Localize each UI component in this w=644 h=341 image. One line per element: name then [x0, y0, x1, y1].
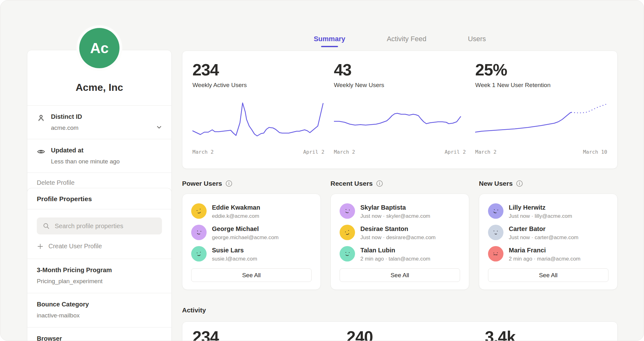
user-subtitle: susie.l@acme.com	[212, 256, 257, 262]
user-subtitle: Just now · skyler@acme.com	[360, 213, 430, 219]
property-name: Browser	[37, 335, 162, 341]
user-avatar	[488, 225, 503, 240]
summary-card: 234 Weekly Active Users March 2 April 2 …	[182, 51, 618, 169]
info-icon[interactable]	[376, 180, 383, 187]
activity-stat: 3.4k	[485, 327, 515, 341]
face-icon	[194, 227, 204, 238]
create-user-profile-label: Create User Profile	[48, 243, 102, 250]
user-row[interactable]: Susie Lars susie.l@acme.com	[191, 246, 312, 262]
user-row[interactable]: Maria Franci 2 min ago · maria@acme.com	[488, 246, 608, 262]
info-icon[interactable]	[516, 180, 523, 187]
stat-weekly-new-users: 43 Weekly New Users March 2 April 2	[334, 62, 466, 161]
x-tick-right: April 2	[303, 149, 324, 155]
face-icon	[491, 227, 501, 238]
user-name: Carter Bator	[509, 225, 578, 233]
x-tick-left: March 2	[334, 149, 355, 155]
user-row[interactable]: Lilly Herwitz Just now · lilly@acme.com	[488, 203, 608, 219]
activity-title: Activity	[182, 306, 206, 314]
stat-week1-retention: 25% Week 1 New User Retention March 2 Ma…	[475, 62, 607, 161]
field-value: acme.com	[51, 124, 82, 131]
face-icon	[342, 206, 353, 217]
user-subtitle: george.michael@acme.com	[212, 234, 279, 241]
face-icon	[491, 249, 501, 259]
search-icon	[42, 222, 50, 230]
stat-value: 25%	[475, 62, 607, 78]
user-name: Maria Franci	[509, 247, 580, 254]
new-users-section: New Users Lilly Herwitz Just	[479, 178, 618, 290]
property-value: inactive-mailbox	[37, 312, 162, 319]
user-subtitle: Just now · lilly@acme.com	[509, 213, 572, 219]
plus-icon	[37, 243, 44, 250]
face-icon	[491, 206, 501, 217]
see-all-button[interactable]: See All	[191, 268, 312, 282]
stat-value: 234	[192, 62, 325, 78]
tab-bar: Summary Activity Feed Users	[182, 35, 618, 47]
updated-at-row: Updated at Less than one minute ago	[27, 139, 171, 173]
tab-summary[interactable]: Summary	[314, 35, 345, 47]
chevron-down-icon[interactable]	[156, 124, 163, 131]
user-avatar	[191, 246, 207, 261]
divider	[27, 209, 171, 209]
create-user-profile-button[interactable]: Create User Profile	[37, 243, 102, 250]
app-window: Ac Acme, Inc Distinct ID acme.com	[0, 0, 644, 341]
search-input[interactable]	[54, 222, 156, 230]
recent-users-card: Skylar Baptista Just now · skyler@acme.c…	[330, 194, 469, 290]
main-content: Summary Activity Feed Users 234 Weekly A…	[182, 0, 618, 341]
list-title: New Users	[479, 180, 513, 187]
x-tick-right: March 10	[583, 149, 607, 155]
user-row[interactable]: Eddie Kwakman eddie.k@acme.com	[191, 203, 312, 219]
user-row[interactable]: George Michael george.michael@acme.com	[191, 225, 312, 241]
person-icon	[37, 114, 45, 122]
user-subtitle: eddie.k@acme.com	[212, 213, 260, 219]
distinct-id-row[interactable]: Distinct ID acme.com	[27, 106, 171, 139]
property-value: Pricing_plan_experiment	[37, 278, 162, 285]
user-row[interactable]: Talan Lubin 2 min ago · talan@acme.com	[340, 246, 460, 262]
company-avatar: Ac	[79, 28, 119, 68]
stat-weekly-active-users: 234 Weekly Active Users March 2 April 2	[192, 62, 325, 161]
x-tick-left: March 2	[192, 149, 214, 155]
recent-users-section: Recent Users Skylar Baptista	[330, 178, 469, 290]
user-row[interactable]: Skylar Baptista Just now · skyler@acme.c…	[340, 203, 460, 219]
user-subtitle: Just now · desirare@acme.com	[360, 234, 436, 241]
list-title: Power Users	[182, 180, 222, 187]
profile-card: Acme, Inc Distinct ID acme.com	[27, 50, 172, 194]
user-name: Desirae Stanton	[360, 225, 436, 233]
power-users-section: Power Users Eddie Kwakman ed	[182, 178, 321, 290]
face-icon	[194, 206, 204, 217]
user-avatar	[191, 203, 207, 219]
face-icon	[194, 249, 204, 259]
user-avatar	[191, 225, 207, 240]
weekly-new-users-chart	[334, 97, 466, 144]
eye-icon	[37, 147, 45, 156]
property-row[interactable]: Browser Chrome	[27, 327, 171, 341]
profile-properties-search[interactable]	[37, 217, 162, 234]
info-icon[interactable]	[225, 180, 232, 187]
see-all-button[interactable]: See All	[488, 268, 608, 282]
x-tick-left: March 2	[475, 149, 496, 155]
new-users-card: Lilly Herwitz Just now · lilly@acme.com …	[479, 194, 618, 290]
user-name: Eddie Kwakman	[212, 204, 260, 211]
see-all-button[interactable]: See All	[340, 268, 460, 282]
profile-properties-card: Profile Properties Create User Profile 3…	[27, 188, 172, 341]
user-avatar	[340, 246, 355, 261]
user-avatar	[488, 246, 503, 261]
property-row[interactable]: 3-Month Pricing Program Pricing_plan_exp…	[27, 259, 171, 293]
list-title: Recent Users	[330, 180, 373, 187]
tab-activity-feed[interactable]: Activity Feed	[387, 35, 426, 47]
stat-label: Week 1 New User Retention	[475, 82, 607, 89]
face-icon	[342, 227, 353, 238]
user-row[interactable]: Carter Bator Just now · carter@acme.com	[488, 225, 608, 241]
user-name: Talan Lubin	[360, 247, 430, 254]
user-name: Lilly Herwitz	[509, 204, 572, 211]
profile-sidebar: Ac Acme, Inc Distinct ID acme.com	[27, 0, 172, 341]
user-row[interactable]: Desirae Stanton Just now · desirare@acme…	[340, 225, 460, 241]
user-avatar	[340, 225, 355, 240]
power-users-card: Eddie Kwakman eddie.k@acme.com George Mi…	[182, 194, 321, 290]
stat-label: Weekly Active Users	[192, 82, 325, 89]
activity-stat: 240	[347, 327, 373, 341]
user-subtitle: 2 min ago · talan@acme.com	[360, 256, 430, 262]
tab-users[interactable]: Users	[468, 35, 486, 47]
user-avatar	[488, 203, 503, 219]
property-name: Bounce Category	[37, 301, 162, 308]
property-row[interactable]: Bounce Category inactive-mailbox	[27, 293, 171, 327]
